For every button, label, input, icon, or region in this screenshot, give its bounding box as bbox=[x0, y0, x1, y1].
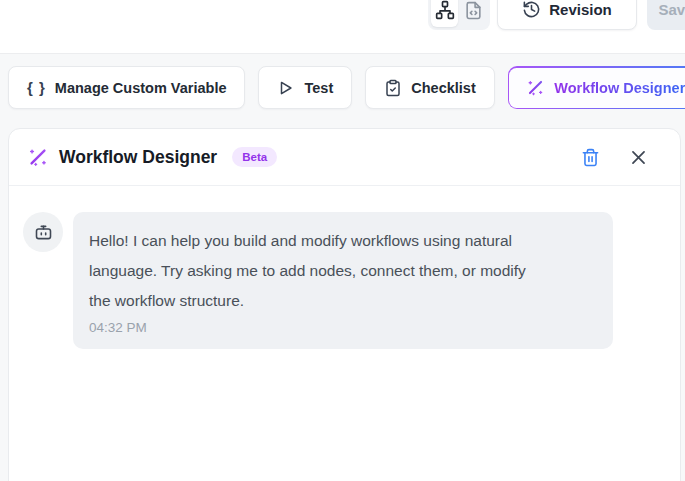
clipboard-check-icon bbox=[384, 79, 402, 97]
revision-button-label: Revision bbox=[549, 1, 612, 18]
workflow-designer-panel: Workflow Designer Beta bbox=[8, 128, 681, 481]
manage-custom-variable-label: Manage Custom Variable bbox=[55, 80, 227, 96]
panel-header: Workflow Designer Beta bbox=[9, 129, 680, 186]
robot-icon bbox=[33, 222, 54, 243]
chat-area: Hello! I can help you build and modify w… bbox=[9, 186, 680, 375]
sitemap-view-button[interactable] bbox=[431, 0, 458, 27]
test-button[interactable]: Test bbox=[258, 66, 352, 109]
workflow-designer-button[interactable]: Workflow Designer bbox=[508, 66, 685, 109]
view-toggle bbox=[428, 0, 490, 30]
bot-message-text: Hello! I can help you build and modify w… bbox=[89, 226, 597, 316]
clear-chat-button[interactable] bbox=[574, 141, 606, 173]
beta-badge: Beta bbox=[232, 147, 277, 167]
magic-wand-icon bbox=[27, 146, 49, 168]
file-code-icon bbox=[464, 1, 483, 20]
history-icon bbox=[522, 0, 541, 19]
workflow-designer-button-label: Workflow Designer bbox=[554, 80, 685, 96]
revision-button[interactable]: Revision bbox=[497, 0, 637, 30]
panel-title: Workflow Designer bbox=[59, 147, 217, 168]
close-icon bbox=[629, 148, 648, 167]
checklist-button-label: Checklist bbox=[411, 80, 475, 96]
bot-message-bubble: Hello! I can help you build and modify w… bbox=[73, 212, 613, 349]
test-button-label: Test bbox=[304, 80, 333, 96]
play-icon bbox=[277, 79, 295, 97]
trash-icon bbox=[581, 148, 600, 167]
sitemap-icon bbox=[435, 0, 455, 20]
message-timestamp: 04:32 PM bbox=[89, 320, 597, 335]
workflow-toolbar: { } Manage Custom Variable Test Checklis… bbox=[8, 66, 685, 109]
close-panel-button[interactable] bbox=[622, 141, 654, 173]
workflow-designer-button-inner: Workflow Designer bbox=[509, 68, 685, 108]
top-bar: Revision Save bbox=[0, 0, 685, 54]
save-button[interactable]: Save bbox=[647, 0, 685, 30]
checklist-button[interactable]: Checklist bbox=[365, 66, 494, 109]
manage-custom-variable-button[interactable]: { } Manage Custom Variable bbox=[8, 66, 245, 109]
bot-avatar bbox=[23, 212, 63, 252]
code-view-button[interactable] bbox=[460, 0, 487, 27]
magic-wand-icon bbox=[526, 78, 545, 97]
braces-icon: { } bbox=[27, 79, 46, 96]
